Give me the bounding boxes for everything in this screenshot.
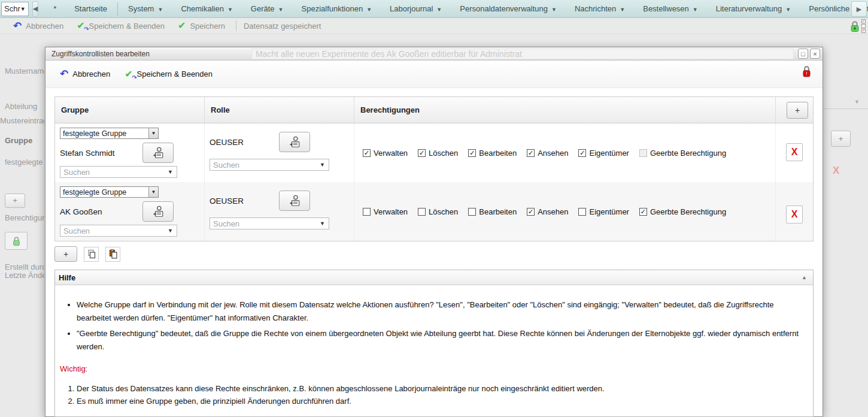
nav-items: * Startseite System▼ Chemikalien▼ Geräte…: [44, 0, 868, 17]
menu-personaldatenverwaltung[interactable]: Personaldatenverwaltung▼: [451, 0, 566, 17]
acl-table-header: Gruppe Rolle Berechtigungen +: [55, 97, 813, 123]
delete-row-button[interactable]: X: [786, 206, 803, 223]
field-label-mustereintrag: Mustereintrag: [0, 116, 44, 125]
help-numbered-list: Der Status des Datensatzes kann diese Re…: [77, 383, 802, 408]
field-label-mustername: Mustername: [5, 67, 44, 75]
bg-lock-button[interactable]: [5, 232, 28, 250]
chevron-down-icon: ▼: [168, 228, 177, 234]
menu-nachrichten[interactable]: Nachrichten▼: [566, 0, 634, 17]
select-role-button[interactable]: [279, 191, 310, 211]
select-group-button[interactable]: [142, 143, 174, 163]
checkbox[interactable]: [468, 208, 476, 216]
role-search-select[interactable]: Suchen ▼: [210, 159, 329, 171]
group-name: Stefan Schmidt: [60, 149, 142, 158]
perm-bearbeiten: Bearbeiten: [468, 207, 517, 216]
close-icon: ×: [813, 50, 817, 58]
group-search-select[interactable]: Suchen ▼: [60, 225, 177, 237]
top-navbar: Schr ▼ ◀ * Startseite System▼ Chemikalie…: [0, 0, 868, 18]
checkbox[interactable]: ✓: [639, 208, 647, 216]
checkbox[interactable]: ✓: [418, 149, 426, 157]
svg-text:!: !: [806, 71, 807, 75]
checkbox-list-icon: ✓✓: [861, 19, 866, 33]
checkbox[interactable]: ✓: [363, 149, 371, 157]
bg-add-button[interactable]: +: [5, 194, 25, 208]
tab-asterisk[interactable]: *: [44, 0, 65, 17]
chevron-down-icon: ▼: [148, 187, 158, 197]
person-picker-icon: [151, 206, 165, 218]
window-close-button[interactable]: ×: [810, 49, 820, 59]
paste-button[interactable]: [105, 247, 120, 262]
nav-forward-button[interactable]: ▶: [851, 1, 867, 17]
menu-geraete[interactable]: Geräte▼: [242, 0, 293, 17]
help-title: Hilfe: [59, 273, 75, 282]
perm-loeschen: Löschen: [418, 207, 458, 216]
nav-separator: [117, 2, 118, 16]
acl-lock-icon[interactable]: ✓✓: [849, 19, 866, 33]
perm-loeschen: ✓Löschen: [418, 149, 458, 158]
chevron-right-icon: ▶: [857, 5, 861, 13]
dialog-titlebar[interactable]: Zugriffskontrollisten bearbeiten Macht a…: [45, 47, 823, 61]
checkbox[interactable]: ✓: [578, 149, 586, 157]
select-group-button[interactable]: [142, 201, 174, 222]
menu-bestellwesen[interactable]: Bestellwesen▼: [634, 0, 707, 17]
chevron-down-icon: ▼: [320, 220, 329, 226]
dialog-save-and-close-button[interactable]: ✔↷ Speichern & Beenden: [125, 70, 213, 79]
group-search-select[interactable]: Suchen ▼: [60, 166, 177, 178]
acl-dialog: Zugriffskontrollisten bearbeiten Macht a…: [45, 47, 823, 417]
save-and-close-button[interactable]: ✔↷ Speichern & Beenden: [77, 21, 165, 31]
checkbox[interactable]: [578, 208, 586, 216]
menu-system[interactable]: System▼: [119, 0, 172, 17]
checkbox[interactable]: [418, 208, 426, 216]
checkbox[interactable]: ✓: [527, 149, 535, 157]
person-picker-icon: [151, 147, 165, 159]
help-numbered-item: Der Status des Datensatzes kann diese Re…: [77, 383, 802, 395]
save-button[interactable]: ✔ Speichern: [178, 21, 225, 31]
chevron-down-icon: ▼: [278, 7, 284, 13]
chevron-down-icon: ▼: [436, 7, 442, 13]
perm-bearbeiten: ✓Bearbeiten: [468, 149, 517, 158]
cancel-button[interactable]: ↶ Abbrechen: [13, 21, 63, 31]
chevron-down-icon: ▼: [693, 7, 698, 13]
menu-chemikalien[interactable]: Chemikalien▼: [172, 0, 241, 17]
perm-geerbte: ✓Geerbte Berechtigung: [639, 207, 726, 216]
bg-delete-button[interactable]: X: [833, 165, 839, 177]
chevron-down-icon: ▼: [785, 7, 791, 13]
role-search-select[interactable]: Suchen ▼: [210, 217, 329, 229]
delete-row-button[interactable]: X: [786, 143, 803, 161]
nav-back-button[interactable]: ◀: [32, 1, 38, 17]
chevron-down-icon: ▼: [620, 7, 625, 13]
group-value-select[interactable]: festgelegte Gruppe: [5, 158, 44, 167]
collapse-icon[interactable]: ▲: [802, 274, 807, 280]
checkbox[interactable]: ✓: [468, 149, 476, 157]
copy-button[interactable]: [84, 247, 99, 262]
add-acl-row-button[interactable]: +: [787, 102, 808, 119]
checkbox[interactable]: ✓: [527, 208, 535, 216]
bg-add-row-button[interactable]: +: [831, 131, 851, 147]
chevron-down-icon: ▼: [168, 169, 177, 175]
dialog-toolbar: ↶ Abbrechen ✔↷ Speichern & Beenden !: [45, 61, 823, 88]
restore-icon: □: [801, 50, 805, 58]
perm-geerbte: Geerbte Berechtigung: [639, 149, 726, 158]
window-restore-button[interactable]: □: [798, 49, 808, 59]
menu-literaturverwaltung[interactable]: Literaturverwaltung▼: [707, 0, 800, 17]
table-actions: +: [54, 246, 823, 262]
chevron-down-icon: ▼: [366, 7, 372, 13]
tab-startseite[interactable]: Startseite: [65, 0, 116, 17]
menu-spezialfunktionen[interactable]: Spezialfunktionen▼: [293, 0, 381, 17]
window-selector[interactable]: Schr ▼: [1, 2, 29, 16]
checkbox[interactable]: [363, 208, 371, 216]
group-type-select[interactable]: festgelegte Gruppe ▼: [60, 128, 159, 139]
group-type-select[interactable]: festgelegte Gruppe ▼: [60, 186, 159, 198]
checkbox[interactable]: [639, 149, 647, 157]
help-bullet: "Geerbte Berechtigung" bedeutet, daß die…: [77, 327, 802, 353]
add-acl-row-button[interactable]: +: [54, 246, 77, 262]
help-panel: Hilfe ▲ Welche Gruppe darf in Verbindung…: [54, 270, 814, 417]
check-icon: ✔: [178, 21, 186, 31]
field-label-abteilung: Abteilung: [5, 102, 37, 111]
field-label-letzte-aenderung: Letzte Änderung: [5, 271, 44, 280]
check-arrow-icon: ✔↷: [77, 21, 84, 31]
help-panel-header[interactable]: Hilfe ▲: [55, 270, 813, 285]
menu-laborjournal[interactable]: Laborjournal▼: [381, 0, 451, 17]
dialog-cancel-button[interactable]: ↶ Abbrechen: [60, 69, 110, 79]
select-role-button[interactable]: [279, 132, 310, 152]
